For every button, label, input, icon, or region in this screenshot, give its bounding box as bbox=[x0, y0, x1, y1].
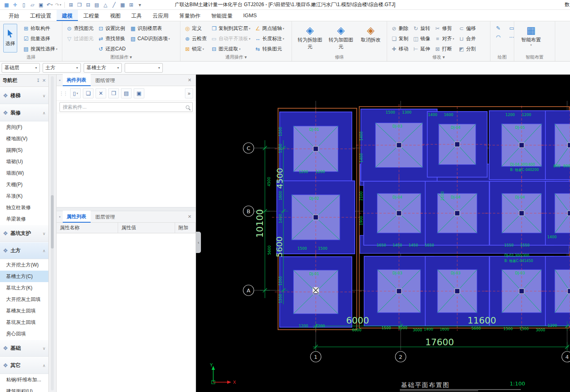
nav-item-dado[interactable]: 墙裙(U) bbox=[0, 156, 48, 167]
nav-item-room[interactable]: 房间(F) bbox=[0, 121, 48, 133]
ribbon-item-split[interactable]: ◩分割 bbox=[457, 44, 477, 54]
ribbon-item-copy[interactable]: ❏复制 bbox=[390, 34, 410, 44]
ribbon-item-draw-arc[interactable]: ◠ bbox=[493, 32, 505, 41]
sheet-icon[interactable]: ▦ bbox=[119, 1, 127, 9]
nav-item-suspended-ceiling[interactable]: 吊顶(K) bbox=[0, 190, 48, 202]
nav-item-open-excavation-backfill[interactable]: 大开挖灰土回填 bbox=[0, 294, 48, 305]
ribbon-item-trim[interactable]: ✂修剪 bbox=[433, 23, 456, 34]
component-list-area[interactable] bbox=[57, 113, 196, 207]
nav-item-independent-column-finish[interactable]: 独立柱装修 bbox=[0, 202, 48, 213]
ribbon-item-auto-align-top-slab[interactable]: ▭自动平齐顶板▾ bbox=[210, 34, 252, 44]
add-sheet-icon[interactable]: ⊞ bbox=[127, 1, 135, 9]
ribbon-item-draw-point[interactable]: ⋯ bbox=[506, 32, 514, 41]
pin-icon[interactable]: ↧ bbox=[36, 78, 40, 83]
ribbon-item-length-annotation[interactable]: ↔长度标注▾ bbox=[253, 34, 286, 44]
copy-component-button[interactable]: ❏ bbox=[83, 88, 93, 98]
menu-tab-modeling[interactable]: 建模 bbox=[57, 10, 78, 21]
toolbar-overflow-button[interactable]: » bbox=[185, 88, 193, 98]
ribbon-item-find-element[interactable]: ⊙查找图元 bbox=[65, 23, 95, 34]
undo-icon[interactable]: ↶▾ bbox=[46, 1, 54, 9]
ribbon-item-cloud-check[interactable]: ⊛云检查 bbox=[183, 34, 208, 44]
property-panel-tab-layer-management[interactable]: 图层管理 bbox=[91, 211, 119, 222]
ribbon-item-element-extract[interactable]: ⊟图元提取▾ bbox=[210, 44, 252, 54]
app-menu-icon[interactable]: ▦ bbox=[2, 1, 11, 9]
ribbon-item-draw-rect[interactable]: ▭ bbox=[506, 23, 514, 32]
nav-item-single-beam-finish[interactable]: 单梁装修 bbox=[0, 213, 48, 225]
ribbon-item-find-replace[interactable]: ⇄查找替换 bbox=[96, 34, 127, 44]
component-save-button[interactable]: ▣ bbox=[134, 88, 144, 98]
ribbon-item-pick-component[interactable]: ⊞拾取构件 bbox=[21, 23, 59, 34]
ribbon-button-to-demolition-element[interactable]: ◈转为拆除图元 bbox=[294, 23, 326, 51]
component-panel-tab-drawing-management[interactable]: 图纸管理 bbox=[91, 75, 119, 86]
nav-item-floor-finish[interactable]: 楼地面(V) bbox=[0, 133, 48, 144]
component-panel-close-icon[interactable]: ✕ bbox=[186, 77, 193, 84]
ribbon-item-restore-cad[interactable]: ↺还原CAD bbox=[96, 44, 127, 54]
floor-selector[interactable]: 基础层▾ bbox=[2, 63, 40, 73]
nav-item-trench-earthwork[interactable]: 基槽土方(C) bbox=[0, 271, 48, 282]
component-panel-lock-icon[interactable]: ▪ bbox=[59, 78, 61, 82]
new-project-icon[interactable]: ▯ bbox=[20, 1, 28, 9]
menu-tab-smart-quantity[interactable]: 智能提量 bbox=[206, 10, 238, 21]
redo-icon[interactable]: ↷▾ bbox=[54, 1, 62, 9]
ribbon-item-align[interactable]: ≡对齐▾ bbox=[433, 34, 456, 44]
ribbon-item-identify-floor-table[interactable]: ▦识别楼层表 bbox=[128, 23, 171, 34]
view-table-icon[interactable]: ▤ bbox=[93, 1, 101, 9]
nav-section-stairs[interactable]: ❖楼梯∨ bbox=[0, 87, 48, 104]
property-panel-close-icon[interactable]: ✕ bbox=[186, 213, 193, 220]
nav-item-wall-finish[interactable]: 墙面(W) bbox=[0, 167, 48, 179]
menu-tab-igms[interactable]: IGMS bbox=[238, 10, 262, 21]
nav-item-bonded-steel[interactable]: 粘钢/纤维布加... bbox=[0, 374, 48, 385]
new-component-button[interactable]: ▯▾ bbox=[70, 88, 81, 98]
property-table-body[interactable] bbox=[57, 233, 196, 392]
ribbon-item-cad-identify-options[interactable]: ▧CAD识别选项▾ bbox=[128, 34, 171, 44]
ribbon-item-mirror[interactable]: ◫镜像 bbox=[411, 34, 431, 44]
ribbon-button-to-reinforce-element[interactable]: ◈转为加固图元 bbox=[326, 23, 357, 51]
ribbon-item-extend[interactable]: ⊢延伸 bbox=[411, 44, 431, 54]
navigation-scrollbar[interactable] bbox=[49, 75, 57, 392]
scale-balance-icon[interactable]: △ bbox=[101, 1, 109, 9]
scrollbar-track[interactable] bbox=[51, 76, 54, 390]
menu-tab-project-settings[interactable]: 工程设置 bbox=[25, 10, 57, 21]
property-panel-lock-icon[interactable]: ▪ bbox=[59, 214, 61, 219]
ribbon-item-delete[interactable]: ⊘删除 bbox=[390, 23, 410, 34]
menu-tab-view[interactable]: 视图 bbox=[105, 10, 126, 21]
ribbon-item-define[interactable]: ◎定义 bbox=[183, 23, 208, 34]
ribbon-item-offset[interactable]: ⊂偏移 bbox=[457, 23, 477, 34]
nav-item-pit-backfill[interactable]: 基坑灰土回填 bbox=[0, 317, 48, 328]
ribbon-button-cancel-renovation[interactable]: ◈取消拆改 bbox=[356, 23, 385, 44]
ribbon-item-set-scale[interactable]: ⊡设置比例 bbox=[96, 23, 127, 34]
tool-flower-icon[interactable]: ✛ bbox=[11, 1, 19, 9]
menu-tab-start[interactable]: 开始 bbox=[3, 10, 25, 21]
nav-section-decoration[interactable]: ❖装修∧ bbox=[0, 104, 48, 121]
nav-section-pit-support[interactable]: ❖基坑支护∨ bbox=[0, 225, 48, 242]
nav-section-others[interactable]: ❖其它∧ bbox=[0, 357, 48, 374]
element-name-selector[interactable]: ▾ bbox=[125, 63, 163, 73]
nav-item-open-excavation-earthwork[interactable]: 大开挖土方(W) bbox=[0, 259, 48, 271]
ribbon-item-batch-select[interactable]: ☑批量选择 bbox=[21, 34, 59, 44]
search-box[interactable] bbox=[59, 102, 193, 112]
calculator-icon[interactable]: ⊟ bbox=[84, 1, 92, 9]
ribbon-button-smart-layout[interactable]: ▦智能布置▾ bbox=[517, 23, 545, 48]
ribbon-item-break[interactable]: ⊠打断 bbox=[433, 44, 456, 54]
panel-collapse-handle[interactable]: ‹ bbox=[196, 232, 201, 253]
ribbon-item-copy-to-other-floors[interactable]: ❒复制到其它层▾ bbox=[210, 23, 252, 34]
ribbon-item-draw-pencil[interactable]: ✎ bbox=[493, 23, 505, 32]
ribbon-item-select-by-attribute[interactable]: ▤按属性选择▾ bbox=[21, 44, 59, 54]
close-icon[interactable]: ✕ bbox=[42, 78, 46, 83]
ribbon-item-filter-element[interactable]: ▽过滤图元 bbox=[65, 34, 95, 44]
nav-item-pit-earthwork[interactable]: 基坑土方(K) bbox=[0, 282, 48, 294]
drag-handle-icon[interactable]: ⋮⋮ bbox=[59, 91, 67, 96]
delete-component-button[interactable]: ✕ bbox=[96, 88, 106, 98]
menu-tab-quantity[interactable]: 工程量 bbox=[78, 10, 105, 21]
property-panel-tab-property-list[interactable]: 属性列表 bbox=[63, 211, 91, 223]
nav-section-foundation[interactable]: ❖基础∨ bbox=[0, 340, 48, 357]
component-store-button[interactable]: ▤ bbox=[121, 88, 132, 98]
nav-item-building-area[interactable]: 建筑面积(U) bbox=[0, 385, 48, 392]
save-project-icon[interactable]: ▣ bbox=[37, 1, 45, 9]
component-type-selector[interactable]: 基槽土方▾ bbox=[84, 63, 122, 73]
copy-to-other-floor-button[interactable]: ❒ bbox=[108, 88, 119, 98]
nav-item-ceiling[interactable]: 天棚(P) bbox=[0, 179, 48, 190]
ribbon-item-move[interactable]: ✚移动 bbox=[390, 44, 410, 54]
menu-tab-quantity-collaboration[interactable]: 算量协作 bbox=[174, 10, 206, 21]
copy-paste-icon[interactable]: ❒ bbox=[75, 1, 84, 9]
